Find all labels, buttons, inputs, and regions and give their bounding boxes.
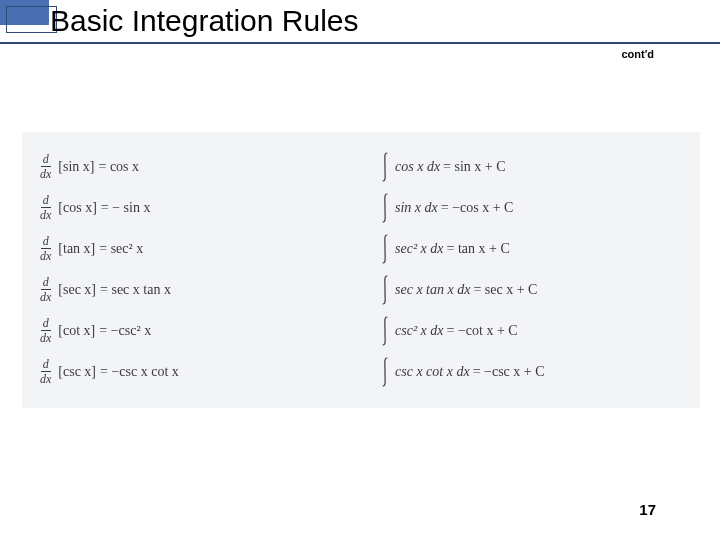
integral-icon	[380, 233, 390, 265]
derivative-of: [tan x]	[58, 241, 95, 257]
derivative-cell: d dx [sec x] = sec x tan x	[40, 276, 340, 303]
derivative-result: = sec x tan x	[100, 282, 171, 298]
integral-result: = sin x + C	[443, 159, 505, 175]
integrand: sec² x dx	[395, 241, 444, 257]
d-dx-icon: d dx	[40, 194, 51, 221]
page-title: Basic Integration Rules	[50, 4, 359, 38]
derivative-result: = −csc² x	[99, 323, 151, 339]
formula-row: d dx [cot x] = −csc² x csc² x dx = −cot …	[40, 310, 682, 351]
derivative-of: [csc x]	[58, 364, 96, 380]
derivative-of: [cos x]	[58, 200, 97, 216]
derivative-cell: d dx [sin x] = cos x	[40, 153, 340, 180]
formula-row: d dx [csc x] = −csc x cot x csc x cot x …	[40, 351, 682, 392]
d-dx-icon: d dx	[40, 358, 51, 385]
integral-result: = −cos x + C	[441, 200, 514, 216]
derivative-of: [sin x]	[58, 159, 94, 175]
integral-icon	[380, 274, 390, 306]
integrand: sin x dx	[395, 200, 438, 216]
integral-cell: csc² x dx = −cot x + C	[380, 315, 518, 347]
integral-icon	[380, 192, 390, 224]
slide: Basic Integration Rules cont'd d dx [sin…	[0, 0, 720, 540]
integral-result: = sec x + C	[473, 282, 537, 298]
integral-icon	[380, 356, 390, 388]
integral-cell: cos x dx = sin x + C	[380, 151, 506, 183]
integral-cell: csc x cot x dx = −csc x + C	[380, 356, 545, 388]
derivative-of: [sec x]	[58, 282, 96, 298]
formula-table: d dx [sin x] = cos x cos x dx = sin x + …	[22, 132, 700, 408]
integrand: csc² x dx	[395, 323, 444, 339]
d-dx-icon: d dx	[40, 235, 51, 262]
heading-underline	[0, 42, 720, 44]
integrand: cos x dx	[395, 159, 440, 175]
d-dx-icon: d dx	[40, 153, 51, 180]
integrand: sec x tan x dx	[395, 282, 470, 298]
formula-row: d dx [tan x] = sec² x sec² x dx = tan x …	[40, 228, 682, 269]
derivative-result: = − sin x	[101, 200, 151, 216]
derivative-result: = sec² x	[99, 241, 143, 257]
derivative-result: = cos x	[99, 159, 140, 175]
derivative-result: = −csc x cot x	[100, 364, 179, 380]
derivative-cell: d dx [cot x] = −csc² x	[40, 317, 340, 344]
formula-row: d dx [sec x] = sec x tan x sec x tan x d…	[40, 269, 682, 310]
integral-icon	[380, 315, 390, 347]
integral-cell: sin x dx = −cos x + C	[380, 192, 513, 224]
derivative-cell: d dx [cos x] = − sin x	[40, 194, 340, 221]
integral-icon	[380, 151, 390, 183]
d-dx-icon: d dx	[40, 317, 51, 344]
formula-row: d dx [sin x] = cos x cos x dx = sin x + …	[40, 146, 682, 187]
integral-cell: sec x tan x dx = sec x + C	[380, 274, 537, 306]
integral-result: = tan x + C	[447, 241, 510, 257]
integral-cell: sec² x dx = tan x + C	[380, 233, 510, 265]
derivative-cell: d dx [tan x] = sec² x	[40, 235, 340, 262]
continued-label: cont'd	[621, 48, 654, 60]
integral-result: = −cot x + C	[447, 323, 518, 339]
formula-row: d dx [cos x] = − sin x sin x dx = −cos x…	[40, 187, 682, 228]
integral-result: = −csc x + C	[473, 364, 545, 380]
derivative-of: [cot x]	[58, 323, 95, 339]
integrand: csc x cot x dx	[395, 364, 470, 380]
derivative-cell: d dx [csc x] = −csc x cot x	[40, 358, 340, 385]
d-dx-icon: d dx	[40, 276, 51, 303]
page-number: 17	[639, 501, 656, 518]
